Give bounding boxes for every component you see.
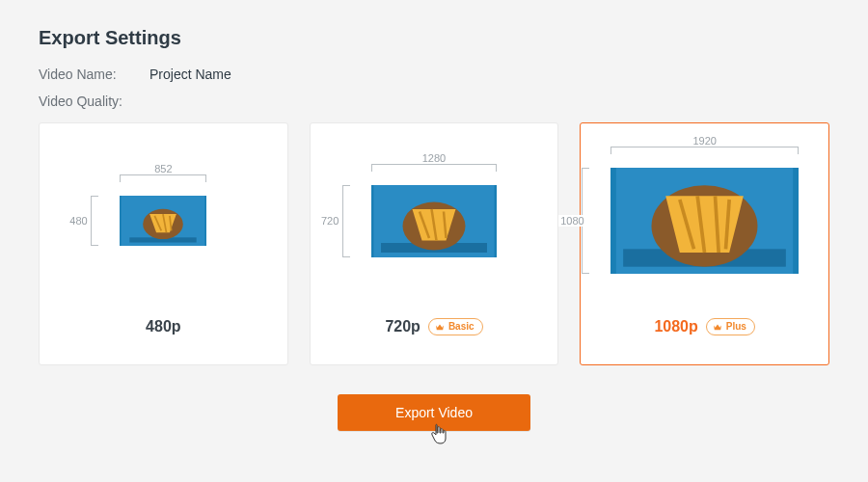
height-indicator-480p: 480: [91, 196, 98, 246]
video-name-label: Video Name:: [39, 67, 149, 82]
quality-cards: 852 480: [39, 122, 829, 365]
export-video-button[interactable]: Export Video: [338, 394, 530, 431]
quality-card-1080p[interactable]: 1920 1080: [580, 122, 829, 365]
height-value-480p: 480: [68, 215, 89, 227]
crown-icon: [713, 323, 722, 331]
thumbnail-480p: [120, 196, 206, 246]
resolution-label-720p: 720p: [385, 318, 420, 335]
label-row-720p: 720p Basic: [385, 318, 482, 335]
width-indicator-720p: 1280: [371, 164, 497, 172]
page-title: Export Settings: [39, 27, 829, 49]
resolution-label-480p: 480p: [146, 318, 180, 335]
label-row-480p: 480p: [146, 318, 180, 335]
preview-1080p: 1920 1080: [581, 123, 828, 318]
width-indicator-1080p: 1920: [610, 147, 799, 154]
export-row: Export Video: [39, 394, 829, 431]
video-quality-label: Video Quality:: [39, 94, 149, 109]
quality-card-480p[interactable]: 852 480: [39, 122, 288, 365]
preview-720p: 1280 720: [311, 123, 558, 318]
width-indicator-480p: 852: [120, 174, 206, 182]
crown-icon: [435, 323, 445, 331]
label-row-1080p: 1080p Plus: [654, 318, 755, 335]
video-name-value[interactable]: Project Name: [149, 67, 231, 82]
quality-card-720p[interactable]: 1280 720: [310, 122, 559, 365]
resolution-label-1080p: 1080p: [654, 318, 697, 335]
preview-480p: 852 480: [40, 123, 287, 318]
height-indicator-1080p: 1080: [582, 168, 589, 274]
height-value-1080p: 1080: [558, 215, 585, 227]
width-value-1080p: 1920: [686, 135, 724, 147]
badge-plus: Plus: [706, 318, 755, 335]
video-name-row: Video Name: Project Name: [39, 67, 829, 82]
width-value-480p: 852: [144, 163, 182, 174]
height-indicator-720p: 720: [342, 185, 350, 257]
badge-basic: Basic: [428, 318, 483, 335]
video-quality-row: Video Quality:: [39, 94, 829, 109]
width-value-720p: 1280: [415, 152, 453, 164]
badge-plus-text: Plus: [726, 320, 746, 334]
thumbnail-720p: [371, 185, 497, 257]
thumbnail-1080p: [610, 168, 799, 274]
badge-basic-text: Basic: [448, 320, 475, 334]
height-value-720p: 720: [319, 215, 340, 227]
